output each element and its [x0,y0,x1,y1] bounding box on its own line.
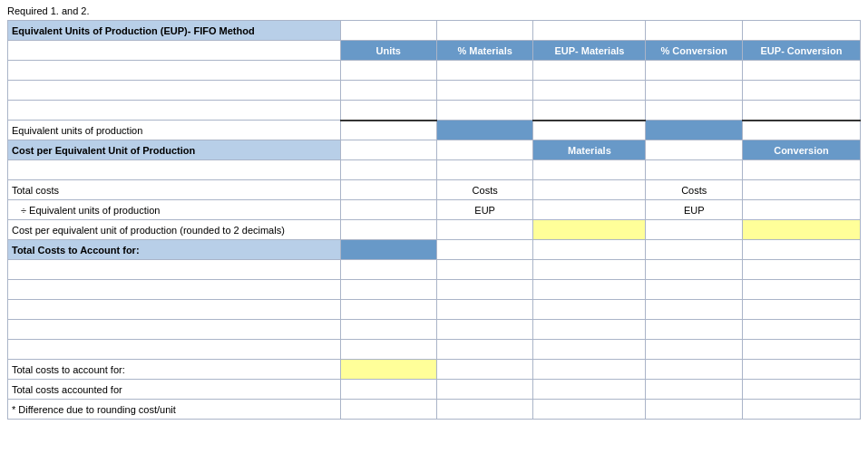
sec3-row4-label [8,320,341,340]
sec3-row4-pctconv [646,320,742,340]
row1-pct-mat[interactable] [436,61,532,81]
eup-summary-label: Equivalent units of production [8,121,341,140]
sec3-row1-eupconv [742,260,860,280]
total-costs-eup-mat[interactable] [533,180,646,200]
sec3-row1-pctmat [436,260,532,280]
divide-eup-eup2: EUP [646,200,742,220]
eup-summary-pct-mat [436,121,532,140]
units-header: Units [340,41,436,61]
total-costs-accounted-label: Total costs accounted for [8,380,341,400]
sec2-row1-units [340,160,436,180]
row1-eup-mat[interactable] [533,61,646,81]
page-container: Required 1. and 2. Equivalent Units of P… [0,0,868,425]
sec3-row5-label [8,340,341,360]
total-costs-label: Total costs [8,180,341,200]
difference-eupconv [742,400,860,420]
sec3-units-header [340,240,436,260]
sec3-row2-eupconv [742,280,860,300]
sec3-row2-pctmat [436,280,532,300]
total-costs-col1: Costs [436,180,532,200]
label-header-empty [8,41,341,61]
sec3-row5-eupmat [533,340,646,360]
section2-title: Cost per Equivalent Unit of Production [8,140,341,160]
divide-eup-mat-input[interactable] [533,200,646,220]
sec3-row2-units[interactable] [340,280,436,300]
row3-eup-conv[interactable] [742,101,860,121]
units-spacer [340,21,436,41]
sec3-row3-units[interactable] [340,300,436,320]
table-row [8,320,861,340]
sec3-row2-pctconv [646,280,742,300]
total-costs-account-yellow [340,360,436,380]
table-row [8,280,861,300]
sec3-row5-pctconv [646,340,742,360]
total-costs-account-eupconv [742,360,860,380]
section1-header-row: Equivalent Units of Production (EUP)- FI… [8,21,861,41]
eup-summary-units[interactable] [340,121,436,140]
sec3-row5-pctmat [436,340,532,360]
row3-pct-conv[interactable] [646,101,742,121]
total-costs-eup-conv[interactable] [742,180,860,200]
row3-eup-mat[interactable] [533,101,646,121]
row1-units[interactable] [340,61,436,81]
total-costs-accounted-eupconv [742,380,860,400]
row2-pct-mat[interactable] [436,81,532,101]
sec3-row3-pctconv [646,300,742,320]
cost-per-eup-pctconv [646,220,742,240]
sec3-row3-pctmat [436,300,532,320]
sec2-row1-eup-mat[interactable] [533,160,646,180]
row1-pct-conv[interactable] [646,61,742,81]
sec2-row1-pctmat [436,160,532,180]
total-costs-account-pctmat [436,360,532,380]
cost-per-eup-label: Cost per equivalent unit of production (… [8,220,341,240]
sec2-conversion-col-header: Conversion [742,140,860,160]
difference-units[interactable] [340,400,436,420]
sec3-row5-units[interactable] [340,340,436,360]
sec3-row4-eupconv [742,320,860,340]
divide-eup-conv-input[interactable] [742,200,860,220]
total-costs-account-row: Total costs to account for: [8,360,861,380]
sec2-row1-eup-conv[interactable] [742,160,860,180]
row2-pct-conv[interactable] [646,81,742,101]
total-costs-accounted-pctconv [646,380,742,400]
table-row [8,61,861,81]
sec3-row4-units[interactable] [340,320,436,340]
sec3-row1-units[interactable] [340,260,436,280]
divide-eup-label: ÷ Equivalent units of production [8,200,341,220]
total-costs-accounted-units[interactable] [340,380,436,400]
total-costs-row: Total costs Costs Costs [8,180,861,200]
sec3-row3-eupconv [742,300,860,320]
total-costs-account-eupmat [533,360,646,380]
section2-header-row: Cost per Equivalent Unit of Production M… [8,140,861,160]
sec3-row4-eupmat [533,320,646,340]
eup-summary-eup-mat[interactable] [533,121,646,140]
total-costs-accounted-pctmat [436,380,532,400]
row1-eup-conv[interactable] [742,61,860,81]
cost-per-eup-units [340,220,436,240]
difference-pctconv [646,400,742,420]
sec3-row1-label [8,260,341,280]
row3-pct-mat[interactable] [436,101,532,121]
sec3-pctconv [646,240,742,260]
sec3-pctmat [436,240,532,260]
cost-per-eup-mat-yellow [533,220,646,240]
section3-header-row: Total Costs to Account for: [8,240,861,260]
section1-title: Equivalent Units of Production (EUP)- FI… [8,21,341,41]
total-costs-account-pctconv [646,360,742,380]
eup-mat-spacer [533,21,646,41]
sec3-row1-pctconv [646,260,742,280]
table-row [8,300,861,320]
row2-units[interactable] [340,81,436,101]
difference-eupmat [533,400,646,420]
difference-label: * Difference due to rounding cost/unit [8,400,341,420]
eup-summary-eup-conv[interactable] [742,121,860,140]
divide-eup-row: ÷ Equivalent units of production EUP EUP [8,200,861,220]
eup-summary-pct-conv [646,121,742,140]
pct-conv-spacer [646,21,742,41]
row2-eup-mat[interactable] [533,81,646,101]
total-costs-accounted-eupmat [533,380,646,400]
sec3-row2-eupmat [533,280,646,300]
row3-units[interactable] [340,101,436,121]
total-costs-col2: Costs [646,180,742,200]
row2-eup-conv[interactable] [742,81,860,101]
